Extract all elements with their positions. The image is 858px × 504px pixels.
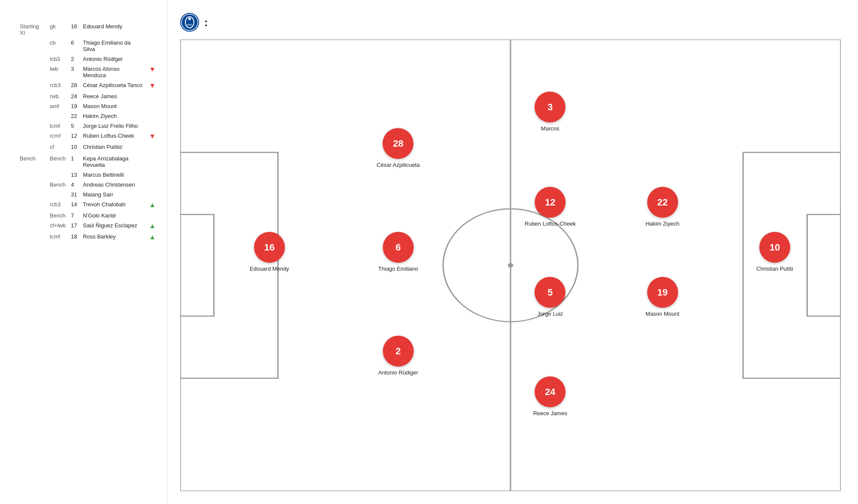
position-label: cf+lwb [47, 220, 68, 232]
list-item: amf 19 Mason Mount [17, 101, 158, 111]
list-item: cf 10 Christian Pulišić [17, 142, 158, 152]
lineup-panel: Starting XI gk 16 Edouard Mendy cb 6 Thi… [0, 0, 167, 504]
sub-icon [146, 111, 158, 121]
substitution-out-icon: ▼ [149, 82, 156, 89]
list-item: rcmf 12 Ruben Loftus-Cheek ▼ [17, 131, 158, 142]
jersey-number: 6 [68, 38, 80, 54]
player-name: Edouard Mendy [80, 21, 146, 38]
sub-icon [146, 152, 158, 170]
position-label: Bench [47, 211, 68, 220]
jersey-number: 10 [68, 142, 80, 152]
player-name: Saúl Ñiguez Esclapez [80, 220, 146, 232]
list-item: lcmf 5 Jorge Luiz Frello Filho [17, 121, 158, 131]
jersey-number: 17 [68, 220, 80, 232]
position-label: lwb [47, 64, 68, 80]
club-logo: CFC [180, 13, 199, 32]
position-label: gk [47, 21, 68, 38]
list-item: Bench Bench 1 Kepa Arrizabalaga Revuelta [17, 152, 158, 170]
substitution-in-icon: ▲ [149, 233, 156, 241]
section-label [17, 111, 47, 121]
jersey-number: 3 [68, 64, 80, 80]
position-label: cb [47, 38, 68, 54]
player-name: Reece James [80, 91, 146, 101]
position-label: lcb3 [47, 54, 68, 64]
player-name: Kepa Arrizabalaga Revuelta [80, 152, 146, 170]
jersey-number: 19 [68, 101, 80, 111]
section-label: Starting XI [17, 21, 47, 38]
list-item: lcmf 18 Ross Barkley ▲ [17, 232, 158, 243]
sub-icon: ▲ [146, 232, 158, 243]
jersey-number: 22 [68, 111, 80, 121]
sub-icon [146, 101, 158, 111]
section-label [17, 211, 47, 220]
player-name: Hakim Ziyech [80, 111, 146, 121]
list-item: Bench 4 Andreas Christensen [17, 180, 158, 190]
list-item: rcb3 14 Trevoh Chalobah ▲ [17, 199, 158, 211]
player-name: Marcos Alonso Mendoza [80, 64, 146, 80]
section-label [17, 232, 47, 243]
list-item: 13 Marcus Bettinelli [17, 170, 158, 180]
section-label [17, 64, 47, 80]
jersey-number: 7 [68, 211, 80, 220]
pitch-svg [180, 39, 841, 491]
jersey-number: 24 [68, 91, 80, 101]
sub-icon [146, 142, 158, 152]
sub-icon [146, 170, 158, 180]
player-name: Marcus Bettinelli [80, 170, 146, 180]
jersey-number: 18 [68, 232, 80, 243]
position-label: Bench [47, 180, 68, 190]
player-name: Christian Pulišić [80, 142, 146, 152]
section-label [17, 101, 47, 111]
section-label [17, 121, 47, 131]
list-item: Starting XI gk 16 Edouard Mendy [17, 21, 158, 38]
position-label: amf [47, 101, 68, 111]
player-name: Jorge Luiz Frello Filho [80, 121, 146, 131]
section-label [17, 54, 47, 64]
section-label [17, 180, 47, 190]
section-label [17, 142, 47, 152]
substitution-in-icon: ▲ [149, 222, 156, 229]
jersey-number: 1 [68, 152, 80, 170]
section-label: Bench [17, 152, 47, 170]
position-label: cf [47, 142, 68, 152]
sub-icon [146, 190, 158, 199]
jersey-number: 31 [68, 190, 80, 199]
position-label [47, 111, 68, 121]
player-name: Trevoh Chalobah [80, 199, 146, 211]
player-name: Antonio Rüdiger [80, 54, 146, 64]
player-name: Mason Mount [80, 101, 146, 111]
sub-icon [146, 21, 158, 38]
sub-icon [146, 180, 158, 190]
list-item: lcb3 2 Antonio Rüdiger [17, 54, 158, 64]
list-item: cf+lwb 17 Saúl Ñiguez Esclapez ▲ [17, 220, 158, 232]
position-label [47, 190, 68, 199]
sub-icon [146, 54, 158, 64]
sub-icon [146, 121, 158, 131]
position-label: lcmf [47, 121, 68, 131]
pitch-title: : [204, 16, 208, 29]
pitch-panel: CFC : 16 Edouard [167, 0, 858, 504]
section-label [17, 80, 47, 91]
section-label [17, 38, 47, 54]
svg-point-3 [188, 18, 191, 20]
section-label [17, 190, 47, 199]
sub-icon [146, 211, 158, 220]
position-label: rcmf [47, 131, 68, 142]
sub-icon [146, 38, 158, 54]
player-name: César Azpilicueta Tanco [80, 80, 146, 91]
sub-icon: ▼ [146, 131, 158, 142]
list-item: 31 Malang Sarr [17, 190, 158, 199]
lineup-table: Starting XI gk 16 Edouard Mendy cb 6 Thi… [17, 21, 158, 243]
position-label [47, 170, 68, 180]
position-label: rcb3 [47, 199, 68, 211]
substitution-out-icon: ▼ [149, 133, 156, 140]
position-label: Bench [47, 152, 68, 170]
list-item: lwb 3 Marcos Alonso Mendoza ▼ [17, 64, 158, 80]
player-name: Malang Sarr [80, 190, 146, 199]
svg-point-8 [508, 263, 514, 268]
sub-icon [146, 91, 158, 101]
svg-text:CFC: CFC [187, 24, 193, 26]
list-item: rwb 24 Reece James [17, 91, 158, 101]
sub-icon: ▲ [146, 220, 158, 232]
jersey-number: 2 [68, 54, 80, 64]
